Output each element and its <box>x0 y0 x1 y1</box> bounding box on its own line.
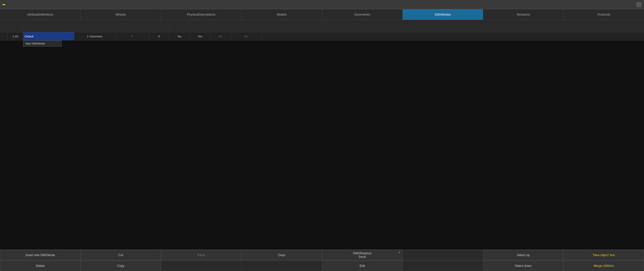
table-cell: No <box>210 32 231 40</box>
close-button[interactable] <box>636 2 641 7</box>
toolbar-button-delete[interactable]: Delete <box>0 260 81 271</box>
tab-physical-descriptions[interactable]: PhysicalDescriptions <box>161 9 242 20</box>
data-area: 1 (6)Default1 'Geometry'00NoYesNoNoNew D… <box>0 32 644 40</box>
context-menu: New DMXMode <box>23 40 62 47</box>
col-header-rdm <box>115 20 149 32</box>
toolbar-button-select-up[interactable]: Select up <box>483 250 564 260</box>
toolbar-button-merge-children[interactable]: Merge children <box>563 260 644 271</box>
table-cell: 0 <box>149 32 169 40</box>
toolbar-button-select-down[interactable]: Select down <box>483 260 564 271</box>
bottom-toolbar: Insert new DMXModeCutPasteOopsDMXReadout… <box>0 249 644 271</box>
col-header-no <box>8 20 23 32</box>
column-headers <box>0 20 644 32</box>
col-header-name <box>23 20 74 32</box>
toolbar-button-empty3 <box>241 260 322 271</box>
tab-models[interactable]: Models <box>242 9 322 20</box>
col-header-blade-group <box>210 20 262 32</box>
toolbar-button-insert-dmxmode[interactable]: Insert new DMXMode <box>0 250 81 260</box>
col-header-geometry <box>74 20 115 32</box>
tab-revisions[interactable]: Revisions <box>483 9 564 20</box>
toolbar-button-cut[interactable]: Cut <box>81 250 161 260</box>
tab-attribute-definitions[interactable]: AttributeDefinitions <box>0 9 81 20</box>
tab-dmx-modes[interactable]: DMXModes <box>403 9 483 20</box>
tab-geometries[interactable]: Geometries <box>322 9 403 20</box>
col-header-used <box>149 20 169 32</box>
table-cell: 1 (6) <box>8 32 23 40</box>
dropdown-item[interactable]: New DMXMode <box>23 41 61 46</box>
table-cell: Yes <box>190 32 210 40</box>
col-header-lock <box>0 20 8 32</box>
title-bar <box>0 0 644 9</box>
tab-protocols[interactable]: Protocols <box>564 9 644 20</box>
table-cell: 1 'Geometry' <box>74 32 115 40</box>
table-cell <box>0 32 8 40</box>
table-cell: Default <box>23 32 74 40</box>
toolbar-button-empty2 <box>161 260 242 271</box>
table-cell: No <box>169 32 190 40</box>
toolbar-button-new-object-line[interactable]: 'New object' line <box>563 250 644 260</box>
toolbar-button-copy[interactable]: Copy <box>81 260 161 271</box>
table-cell: No <box>231 32 262 40</box>
table-cell: 0 <box>115 32 149 40</box>
toolbar-button-empty4 <box>403 260 483 271</box>
toolbar-row-1: Insert new DMXModeCutPasteOopsDMXReadout… <box>0 250 644 260</box>
toolbar-button-edit[interactable]: Edit <box>322 260 403 271</box>
main-content: 1 (6)Default1 'Geometry'00NoYesNoNoNew D… <box>0 32 644 249</box>
col-header-dive-into <box>190 20 210 32</box>
app-logo <box>3 4 5 5</box>
dmx-readout-button[interactable]: DMXReadoutDec8▼ <box>322 250 403 260</box>
table-row[interactable]: 1 (6)Default1 'Geometry'00NoYesNoNo <box>0 32 644 40</box>
toolbar-button-paste[interactable]: Paste <box>161 250 242 260</box>
tab-wheels[interactable]: Wheels <box>81 9 161 20</box>
toolbar-button-oops[interactable]: Oops <box>241 250 322 260</box>
toolbar-row-2: DeleteCopyEditSelect downMerge children <box>0 260 644 271</box>
col-header-xyz <box>169 20 190 32</box>
toolbar-button-empty1 <box>403 250 483 260</box>
tab-bar: AttributeDefinitionsWheelsPhysicalDescri… <box>0 9 644 20</box>
